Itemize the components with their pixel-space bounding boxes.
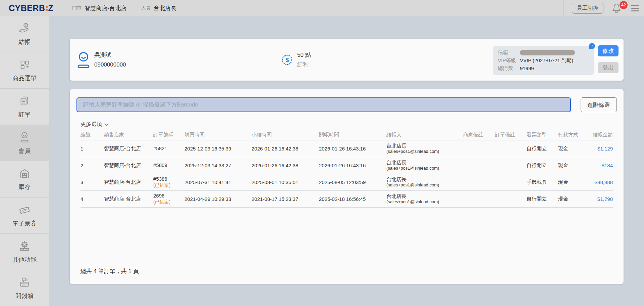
cell-store: 智慧商店-台北店 <box>104 140 153 157</box>
logo-colon-dots <box>46 6 48 11</box>
cell-subtotal-time: 2026-01-26 16:42:38 <box>252 157 319 174</box>
col-header-no: 編號 <box>80 130 104 140</box>
sidebar-item-label: 開錢箱 <box>15 292 34 300</box>
total-spend-value: 91999 <box>520 65 534 71</box>
sidebar-item-label: 電子票券 <box>12 219 37 227</box>
logout-member-button[interactable]: 登出 <box>598 62 619 73</box>
hamburger-menu-button[interactable] <box>626 0 644 16</box>
sidebar-item-label: 商品選單 <box>12 74 37 82</box>
cell-store: 智慧商店-台北店 <box>104 157 153 174</box>
col-header-subtotal-time: 小結時間 <box>252 130 319 140</box>
more-options-toggle[interactable]: 更多選項 <box>80 121 109 128</box>
col-header-invoice-type: 發票類型 <box>527 130 558 140</box>
vip-row: VIP等級 VVIP (2027-07-21 到期) <box>498 57 589 65</box>
cashier-email: (sales+pos1@sinlead.com) <box>386 182 463 188</box>
total-spend-label: 總消費 <box>498 65 520 72</box>
cell-order-no: #5809 <box>153 157 184 174</box>
vip-value: VVIP (2027-07-21 到期) <box>520 57 573 64</box>
more-options-label: 更多選項 <box>80 121 102 128</box>
store-label: 門市 <box>72 5 82 11</box>
cashier-email: (sales+pos1@sinlead.com) <box>386 166 463 171</box>
table-header-row: 編號 銷售店家 訂單號碼 購買時間 小結時間 關帳時間 結帳人 商家備註 訂單備… <box>80 130 613 140</box>
cell-invoice-type: 自行開立 <box>527 140 558 157</box>
order-amount-link[interactable]: $184 <box>602 163 613 168</box>
sidebar-item-product-menu[interactable]: 商品選單 <box>0 52 49 89</box>
advanced-filter-button[interactable]: 進階篩選 <box>581 97 617 112</box>
chevron-down-icon <box>104 123 109 126</box>
total-spend-row: 總消費 91999 <box>498 64 589 73</box>
points-value: 50 點 <box>297 51 311 59</box>
product-menu-icon <box>18 58 31 71</box>
inventory-icon <box>18 167 31 180</box>
sidebar-item-orders[interactable]: 訂單 <box>0 89 49 125</box>
order-amount-link[interactable]: $1,129 <box>597 146 613 151</box>
cyberbiz-logo: CYBERB Z <box>9 3 53 13</box>
col-header-store: 銷售店家 <box>104 130 153 140</box>
col-header-amount: 結帳金額 <box>590 130 613 140</box>
cell-cashier: 台北店長(sales+pos1@sinlead.com) <box>386 140 463 157</box>
table-row[interactable]: 4 智慧商店-台北店 2696(已結案) 2021-04-29 10:29:33… <box>80 190 613 207</box>
cell-order-note <box>495 140 527 157</box>
points-label: 紅利 <box>297 61 311 69</box>
orders-summary: 總共 4 筆訂單，共 1 頁 <box>80 267 139 275</box>
member-name: 吳測試 <box>94 51 126 59</box>
cell-subtotal-time: 2021-08-17 15:23:37 <box>252 190 319 207</box>
cell-merchant-note <box>463 174 495 190</box>
cash-drawer-icon <box>18 276 31 289</box>
notification-bell-button[interactable]: 42 <box>607 0 626 16</box>
cell-purchase-time: 2021-04-29 10:29:33 <box>184 190 252 207</box>
staff-label: 人員 <box>141 5 151 11</box>
sidebar-item-misc-functions[interactable]: 其他功能 <box>0 234 49 270</box>
order-search-input[interactable] <box>76 97 571 112</box>
cashier-email: (sales+pos1@sinlead.com) <box>386 199 463 205</box>
sidebar-item-label: 其他功能 <box>12 256 37 264</box>
col-header-order-note: 訂單備註 <box>495 130 527 140</box>
cell-payment: 現金 <box>558 174 590 190</box>
orders-card: 進階篩選 更多選項 編號 銷售店家 訂單號碼 購買時間 小結時間 關帳時間 結帳… <box>70 89 624 284</box>
sidebar-item-eticket[interactable]: 電子票券 <box>0 198 49 234</box>
cell-no: 1 <box>80 140 104 157</box>
cell-order-note <box>495 157 527 174</box>
cell-order-no: 2696(已結案) <box>153 190 184 207</box>
cell-payment: 現金 <box>558 140 590 157</box>
edit-member-button[interactable]: 修改 <box>598 45 619 56</box>
misc-functions-icon <box>18 240 31 253</box>
cell-merchant-note <box>463 140 495 157</box>
vip-label: VIP等級 <box>498 57 520 64</box>
divider <box>564 0 564 16</box>
cell-purchase-time: 2025-12-03 14:33:27 <box>184 157 252 174</box>
sidebar-item-inventory[interactable]: 庫存 <box>0 161 49 198</box>
closed-tag: (已結案) <box>153 182 184 188</box>
col-header-order-no: 訂單號碼 <box>153 130 184 140</box>
table-row[interactable]: 3 智慧商店-台北店 #5386(已結案) 2025-07-31 10:41:4… <box>80 174 613 190</box>
col-header-merchant-note: 商家備註 <box>463 130 495 140</box>
cell-no: 4 <box>80 190 104 207</box>
table-row[interactable]: 1 智慧商店-台北店 #5821 2025-12-03 16:35:39 202… <box>80 140 613 157</box>
orders-icon <box>18 95 31 107</box>
info-icon[interactable]: i <box>589 43 595 49</box>
sidebar-item-checkout[interactable]: $ 結帳 <box>0 16 49 52</box>
sidebar-item-members[interactable]: 會員 <box>0 125 49 161</box>
order-amount-link[interactable]: $88,888 <box>595 179 613 185</box>
cell-no: 2 <box>80 157 104 174</box>
order-search-row: 進階篩選 <box>76 97 617 112</box>
cell-close-time: 2026-01-26 16:43:16 <box>319 157 386 174</box>
member-avatar-icon <box>77 51 90 69</box>
sidebar-item-label: 訂單 <box>18 111 31 119</box>
cell-store: 智慧商店-台北店 <box>104 174 153 190</box>
sidebar-item-label: 結帳 <box>18 38 31 46</box>
employee-switch-button[interactable]: 員工切換 <box>572 3 603 14</box>
cell-purchase-time: 2025-07-31 10:41:41 <box>184 174 252 190</box>
sidebar-item-label: 庫存 <box>18 183 31 191</box>
cell-subtotal-time: 2026-01-26 16:42:38 <box>252 140 319 157</box>
cell-invoice-type: 自行開立 <box>527 157 558 174</box>
table-row[interactable]: 2 智慧商店-台北店 #5809 2025-12-03 14:33:27 202… <box>80 157 613 174</box>
bonus-points-icon: $ <box>281 54 293 66</box>
order-amount-link[interactable]: $1,798 <box>597 196 613 202</box>
cell-payment: 現金 <box>558 190 590 207</box>
cell-order-note <box>495 174 527 190</box>
sidebar-item-cash-drawer[interactable]: 開錢箱 <box>0 270 49 306</box>
email-redacted-value <box>520 50 575 55</box>
sidebar-item-label: 會員 <box>18 147 31 155</box>
orders-table: 編號 銷售店家 訂單號碼 購買時間 小結時間 關帳時間 結帳人 商家備註 訂單備… <box>80 130 613 208</box>
